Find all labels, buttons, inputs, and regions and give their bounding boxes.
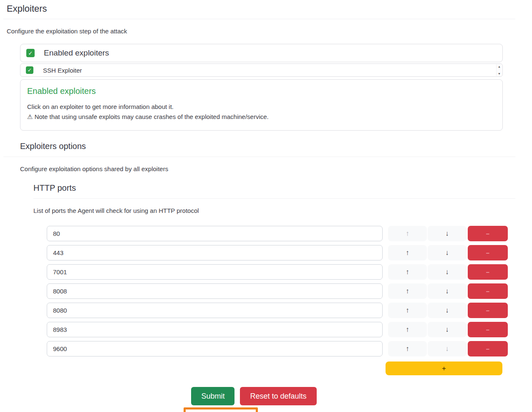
move-down-button[interactable]: ↓	[428, 283, 466, 299]
remove-port-button[interactable]: –	[468, 341, 508, 356]
port-input[interactable]	[47, 283, 383, 299]
checkbox-checked-icon[interactable]: ✓	[26, 49, 35, 57]
exploiters-config-page: Exploiters Configure the exploitation st…	[0, 0, 532, 412]
http-ports-description: List of ports the Agent will check for u…	[33, 207, 525, 214]
info-box-title: Enabled exploiters	[27, 86, 495, 96]
scroll-down-icon[interactable]: ▼	[498, 72, 501, 75]
form-actions: Submit Reset to defaults	[7, 387, 501, 405]
move-up-button[interactable]: ↑	[388, 264, 427, 280]
exploiters-options-subtitle: Configure exploitation options shared by…	[20, 165, 525, 172]
exploiter-item-label: SSH Exploiter	[43, 67, 82, 74]
remove-port-button[interactable]: –	[468, 226, 508, 241]
enabled-exploiters-label: Enabled exploiters	[44, 48, 109, 58]
divider	[3, 19, 515, 19]
remove-port-button[interactable]: –	[468, 264, 508, 280]
info-line-2: ⚠ Note that using unsafe exploits may ca…	[27, 112, 495, 122]
port-input[interactable]	[47, 322, 383, 337]
port-input[interactable]	[47, 303, 383, 318]
port-row: ↑ ↓ –	[47, 226, 525, 241]
http-ports-title: HTTP ports	[33, 183, 525, 193]
move-down-button[interactable]: ↓	[428, 341, 466, 356]
port-row: ↑ ↓ –	[47, 341, 525, 356]
exploiter-info-box: Enabled exploiters Click on an exploiter…	[20, 79, 503, 131]
remove-port-button[interactable]: –	[468, 303, 508, 318]
config-actions: Import config Export config	[7, 407, 501, 412]
move-down-button[interactable]: ↓	[428, 245, 466, 260]
remove-port-button[interactable]: –	[468, 283, 508, 299]
port-row: ↑ ↓ –	[47, 322, 525, 337]
move-up-button[interactable]: ↑	[388, 283, 427, 299]
port-row: ↑ ↓ –	[47, 283, 525, 299]
move-down-button[interactable]: ↓	[428, 303, 466, 318]
move-up-button[interactable]: ↑	[388, 341, 427, 356]
warning-icon: ⚠	[27, 113, 33, 120]
remove-port-button[interactable]: –	[468, 245, 508, 260]
list-scrollbar[interactable]: ▲ ▼	[496, 64, 502, 76]
port-row: ↑ ↓ –	[47, 303, 525, 318]
divider	[3, 157, 515, 157]
port-row: ↑ ↓ –	[47, 245, 525, 260]
import-config-highlight: Import config	[184, 407, 258, 412]
reset-to-defaults-button[interactable]: Reset to defaults	[240, 387, 316, 405]
submit-button[interactable]: Submit	[191, 387, 234, 405]
move-down-button[interactable]: ↓	[428, 264, 466, 280]
remove-port-button[interactable]: –	[468, 322, 508, 337]
info-warning-text: Note that using unsafe exploits may caus…	[35, 113, 269, 120]
exploiter-list-item-ssh[interactable]: ✓ SSH Exploiter ▲ ▼	[20, 63, 503, 77]
move-down-button[interactable]: ↓	[428, 226, 466, 241]
port-input[interactable]	[47, 341, 383, 356]
move-down-button[interactable]: ↓	[428, 322, 466, 337]
scroll-up-icon[interactable]: ▲	[498, 65, 501, 68]
move-up-button[interactable]: ↑	[388, 303, 427, 318]
move-up-button[interactable]: ↑	[388, 322, 427, 337]
page-subtitle: Configure the exploitation step of the a…	[7, 28, 525, 35]
port-input[interactable]	[47, 264, 383, 280]
checkbox-checked-icon[interactable]: ✓	[26, 66, 33, 74]
add-port-button[interactable]: +	[386, 361, 502, 375]
port-input[interactable]	[47, 245, 383, 260]
exploiters-options-title: Exploiters options	[20, 142, 525, 151]
divider	[33, 198, 515, 199]
page-title: Exploiters	[7, 3, 525, 14]
move-up-button[interactable]: ↑	[388, 226, 427, 241]
port-row: ↑ ↓ –	[47, 264, 525, 280]
enabled-exploiters-header[interactable]: ✓ Enabled exploiters	[20, 44, 503, 62]
port-input[interactable]	[47, 226, 383, 241]
port-rows: ↑ ↓ – ↑ ↓ – ↑ ↓ – ↑ ↓ – ↑ ↓ –	[7, 226, 525, 356]
move-up-button[interactable]: ↑	[388, 245, 427, 260]
info-line-1: Click on an exploiter to get more inform…	[27, 102, 495, 112]
